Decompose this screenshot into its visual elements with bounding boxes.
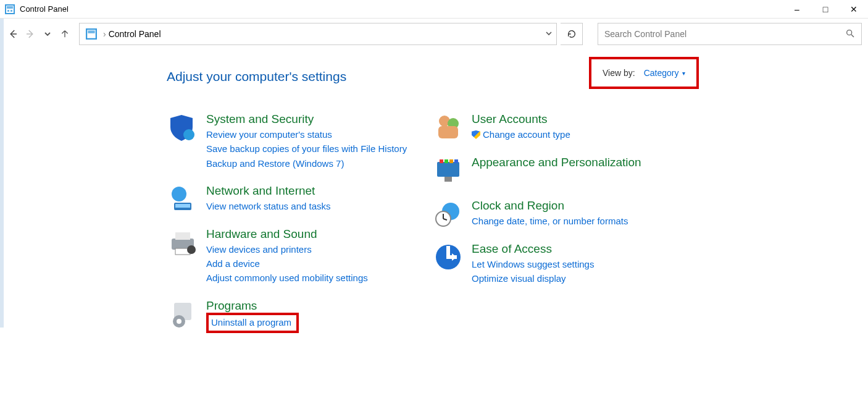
- address-dropdown-icon[interactable]: [545, 29, 553, 39]
- category-link[interactable]: Review your computer's status: [206, 127, 407, 142]
- breadcrumb[interactable]: Control Panel: [109, 29, 161, 39]
- refresh-button[interactable]: [561, 23, 583, 45]
- address-bar[interactable]: › Control Panel: [79, 23, 557, 45]
- category-link[interactable]: Adjust commonly used mobility settings: [206, 271, 368, 285]
- category-title[interactable]: System and Security: [206, 112, 407, 126]
- category-title[interactable]: Programs: [206, 299, 299, 313]
- search-box[interactable]: [598, 23, 862, 45]
- ease-of-access-icon: [431, 242, 465, 272]
- category-link[interactable]: View network status and tasks: [206, 199, 331, 213]
- svg-rect-15: [175, 204, 190, 208]
- address-icon: [86, 28, 97, 40]
- user-accounts-icon: [431, 112, 465, 142]
- shield-icon: [165, 112, 200, 142]
- svg-rect-3: [7, 10, 9, 12]
- appearance-icon: [431, 156, 465, 185]
- svg-rect-29: [449, 159, 453, 163]
- page-title: Adjust your computer's settings: [167, 69, 346, 84]
- chevron-down-icon: ▾: [682, 70, 685, 77]
- svg-rect-28: [444, 159, 448, 163]
- category-user-accounts: User Accounts Change account type: [431, 112, 641, 142]
- view-by-control[interactable]: View by: Category ▾: [589, 57, 699, 89]
- svg-rect-25: [438, 126, 458, 138]
- svg-rect-9: [88, 30, 94, 33]
- category-title[interactable]: Ease of Access: [472, 242, 594, 256]
- search-input[interactable]: [604, 29, 845, 39]
- minimize-button[interactable]: –: [783, 0, 811, 18]
- window-title: Control Panel: [20, 4, 69, 14]
- svg-line-11: [851, 35, 854, 37]
- svg-point-13: [172, 187, 186, 201]
- nav-row: › Control Panel: [0, 19, 868, 49]
- category-clock-region: Clock and Region Change date, time, or n…: [431, 199, 641, 229]
- highlight-uninstall: Uninstall a program: [206, 313, 299, 333]
- svg-point-19: [187, 245, 196, 254]
- category-system-security: System and Security Review your computer…: [165, 112, 431, 171]
- category-appearance-personalization: Appearance and Personalization: [431, 156, 641, 185]
- category-link[interactable]: Change account type: [472, 127, 570, 142]
- category-link[interactable]: Backup and Restore (Windows 7): [206, 156, 407, 171]
- view-by-value[interactable]: Category ▾: [644, 68, 686, 78]
- svg-rect-2: [7, 6, 13, 9]
- clock-globe-icon: [431, 199, 465, 229]
- category-link[interactable]: View devices and printers: [206, 242, 368, 256]
- category-ease-of-access: Ease of Access Let Windows suggest setti…: [431, 242, 641, 286]
- svg-rect-4: [10, 10, 12, 12]
- search-icon: [845, 28, 855, 40]
- svg-rect-26: [437, 162, 459, 177]
- category-title[interactable]: User Accounts: [472, 112, 570, 126]
- svg-point-12: [183, 129, 194, 140]
- content-area: Adjust your computer's settings View by:…: [0, 49, 868, 347]
- forward-button[interactable]: [23, 27, 37, 41]
- category-link[interactable]: Change date, time, or number formats: [472, 214, 628, 228]
- category-title[interactable]: Appearance and Personalization: [472, 156, 641, 169]
- category-title[interactable]: Hardware and Sound: [206, 227, 368, 241]
- category-link[interactable]: Optimize visual display: [472, 271, 594, 285]
- svg-rect-31: [444, 177, 452, 182]
- globe-network-icon: [165, 184, 200, 214]
- svg-point-22: [177, 319, 182, 324]
- category-link[interactable]: Add a device: [206, 256, 368, 271]
- uninstall-program-link[interactable]: Uninstall a program: [211, 315, 291, 329]
- category-link[interactable]: Save backup copies of your files with Fi…: [206, 142, 407, 156]
- svg-point-10: [847, 30, 852, 35]
- titlebar: Control Panel – □ ✕: [0, 0, 868, 19]
- control-panel-icon: [5, 4, 15, 14]
- category-programs: Programs Uninstall a program: [165, 299, 431, 333]
- svg-rect-30: [454, 159, 458, 163]
- recent-locations-button[interactable]: [41, 27, 54, 41]
- close-button[interactable]: ✕: [840, 0, 868, 18]
- category-title[interactable]: Clock and Region: [472, 199, 628, 213]
- maximize-button[interactable]: □: [811, 0, 840, 18]
- left-accent-bar: [0, 19, 4, 328]
- category-title[interactable]: Network and Internet: [206, 184, 331, 198]
- printer-icon: [165, 227, 200, 257]
- category-hardware-sound: Hardware and Sound View devices and prin…: [165, 227, 431, 285]
- back-button[interactable]: [6, 27, 20, 41]
- breadcrumb-separator: ›: [103, 29, 106, 39]
- programs-icon: [165, 299, 200, 329]
- category-link[interactable]: Let Windows suggest settings: [472, 257, 594, 271]
- view-by-label: View by:: [603, 68, 635, 78]
- up-button[interactable]: [58, 27, 72, 41]
- svg-rect-27: [440, 159, 443, 163]
- category-network-internet: Network and Internet View network status…: [165, 184, 431, 214]
- svg-rect-17: [175, 232, 190, 240]
